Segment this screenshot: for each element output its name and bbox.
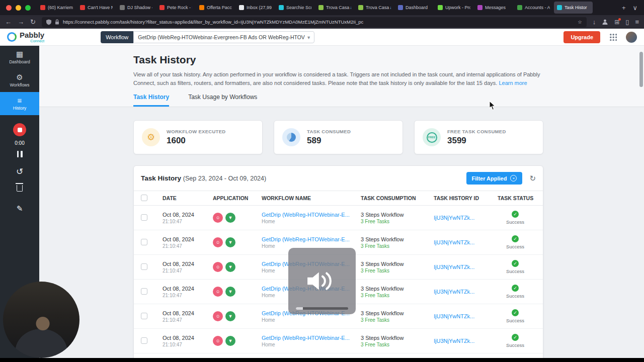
chevron-down-icon: ▾ <box>307 34 310 40</box>
stat-card: TASK CONSUMED 589 <box>274 120 403 154</box>
tab-favicon <box>80 5 85 10</box>
learn-more-link[interactable]: Learn more <box>499 80 527 86</box>
draw-tool-icon[interactable]: ✎ <box>17 205 23 212</box>
new-tab-button[interactable]: + <box>618 4 629 12</box>
success-check-icon: ✓ <box>512 285 519 292</box>
workflow-dropdown-value: GetDrip (WebReg-HTOWebinar-Evergreen-FB … <box>138 34 305 40</box>
stat-card: FREE FREE TASK CONSUMED 3599 <box>414 120 543 154</box>
row-time: 21:10:47 <box>163 342 213 347</box>
page-tab-task-usage-by-workflows[interactable]: Task Usage by Workflows <box>188 94 257 107</box>
row-checkbox[interactable] <box>141 288 147 295</box>
browser-tab[interactable]: Trova Casa a Bolo <box>315 2 354 14</box>
browser-tab[interactable]: Pete Rock - R <box>156 2 195 14</box>
reload-button[interactable]: ↻ <box>30 19 36 25</box>
success-check-icon: ✓ <box>512 211 519 218</box>
sidebar-toggle-icon[interactable]: ▯ <box>625 19 629 25</box>
tab-favicon <box>159 5 165 10</box>
browser-tab[interactable]: Upwork - Proj <box>435 2 473 14</box>
browser-tab[interactable]: Can't Have N <box>77 2 116 14</box>
downloads-icon[interactable]: ↓ <box>593 19 596 25</box>
row-checkbox[interactable] <box>141 313 147 319</box>
browser-tab[interactable]: Task Histor <box>554 2 593 14</box>
browser-tab[interactable]: Messages <box>474 2 513 14</box>
browser-tab[interactable]: Accounts - A <box>514 2 553 14</box>
pabbly-logo[interactable]: Pabbly Connect <box>7 31 44 43</box>
task-history-id-link[interactable]: IjU3NjYwNTZk... <box>434 215 498 221</box>
drip-app-icon: ☺ <box>213 213 223 223</box>
page-tab-task-history[interactable]: Task History <box>133 94 169 107</box>
row-date: Oct 08, 2024 <box>163 261 213 267</box>
forward-button[interactable]: → <box>18 19 24 25</box>
url-bar[interactable]: https://connect.pabbly.com/task/history?… <box>42 17 587 27</box>
tab-favicon <box>40 5 45 10</box>
tab-title: Searchie Scre <box>286 5 311 10</box>
tab-title: Dashboard <box>406 5 431 10</box>
tab-title: Messages <box>485 5 510 10</box>
clear-filter-icon[interactable]: × <box>510 175 517 182</box>
maximize-window-button[interactable] <box>25 5 31 11</box>
task-history-id-link[interactable]: IjU3NjYwNTZk... <box>434 264 498 270</box>
url-text: https://connect.pabbly.com/task/history?… <box>63 19 574 25</box>
page-scrollbar[interactable] <box>639 48 643 354</box>
history-icon: ≡ <box>18 97 22 104</box>
scrollbar-thumb[interactable] <box>639 52 643 87</box>
task-consumption: 3 Steps Workflow <box>361 236 434 242</box>
select-all-checkbox[interactable] <box>141 195 147 201</box>
browser-tab[interactable]: Inbox (27,99 <box>236 2 275 14</box>
webcam-bubble <box>3 282 79 358</box>
task-consumption: 3 Steps Workflow <box>361 310 434 316</box>
account-icon[interactable] <box>602 19 608 25</box>
filter-applied-button[interactable]: Filter Applied × <box>466 172 523 185</box>
stat-value: 1600 <box>167 136 226 146</box>
back-button[interactable]: ← <box>5 19 12 25</box>
upgrade-button[interactable]: Upgrade <box>564 31 600 43</box>
user-avatar[interactable] <box>626 32 637 43</box>
row-checkbox[interactable] <box>141 214 147 221</box>
table-date-range: (Sep 23, 2024 - Oct 09, 2024) <box>183 175 266 182</box>
browser-tab[interactable]: Dashboard <box>395 2 434 14</box>
restart-recording-icon[interactable]: ↺ <box>16 167 23 176</box>
browser-tab[interactable]: DJ Shadow - <box>117 2 155 14</box>
sidebar-item-history[interactable]: ≡ History <box>0 92 39 115</box>
task-history-id-link[interactable]: IjU3NjYwNTZk... <box>434 338 498 344</box>
browser-tab[interactable]: Trova Casa a Bolo <box>355 2 394 14</box>
menu-icon[interactable]: ≡ <box>635 19 639 25</box>
filter-app-icon: ▼ <box>225 262 235 272</box>
drip-app-icon: ☺ <box>213 336 223 346</box>
task-history-id-link[interactable]: IjU3NjYwNTZk... <box>434 313 498 319</box>
workflow-dropdown[interactable]: GetDrip (WebReg-HTOWebinar-Evergreen-FB … <box>133 31 314 43</box>
minimize-window-button[interactable] <box>16 5 21 11</box>
table-header-bar: Task History (Sep 23, 2024 - Oct 09, 202… <box>134 166 543 191</box>
bookmark-star-icon[interactable]: ☆ <box>578 19 582 25</box>
row-applications: ☺▼ <box>213 311 262 321</box>
recording-timer: 0:00 <box>15 140 24 146</box>
column-task-status: TASK STATUS <box>498 195 543 201</box>
apps-grid-icon[interactable] <box>609 33 617 41</box>
workflows-icon: ⚙ <box>16 73 23 81</box>
list-all-tabs-icon[interactable]: ∨ <box>629 4 641 12</box>
browser-tab[interactable]: Searchie Scre <box>276 2 314 14</box>
shield-icon[interactable] <box>46 19 51 25</box>
sidebar-item-workflows[interactable]: ⚙ Workflows <box>0 69 39 92</box>
delete-recording-icon[interactable] <box>17 185 23 192</box>
tab-favicon <box>438 5 443 10</box>
row-checkbox[interactable] <box>141 337 147 344</box>
browser-tab[interactable]: (60) Karriem F <box>37 2 76 14</box>
sidebar-item-dashboard[interactable]: ▦ Dashboard <box>0 46 39 69</box>
workflow-name-link[interactable]: GetDrip (WebReg-HTOWebinar-E... <box>262 236 361 242</box>
refresh-icon[interactable]: ↻ <box>529 174 536 182</box>
workflow-name-link[interactable]: GetDrip (WebReg-HTOWebinar-E... <box>262 212 361 218</box>
pause-recording-button[interactable] <box>17 151 23 157</box>
extensions-icon[interactable]: ⊞ <box>614 19 619 25</box>
task-history-id-link[interactable]: IjU3NjYwNTZk... <box>434 289 498 295</box>
sidebar-item-label: History <box>13 106 26 111</box>
workflow-label-button: Workflow <box>101 31 133 43</box>
row-checkbox[interactable] <box>141 239 147 245</box>
browser-tab[interactable]: Offerta Pacch <box>196 2 235 14</box>
stop-recording-button[interactable] <box>13 123 26 136</box>
close-window-button[interactable] <box>6 5 12 11</box>
table-row: Oct 08, 2024 20:05:50 ☺▼ GetDrip (WebReg… <box>134 353 543 358</box>
task-history-id-link[interactable]: IjU3NjYwNTZk... <box>434 239 498 245</box>
workflow-name-link[interactable]: GetDrip (WebReg-HTOWebinar-E... <box>262 335 361 341</box>
row-checkbox[interactable] <box>141 263 147 270</box>
